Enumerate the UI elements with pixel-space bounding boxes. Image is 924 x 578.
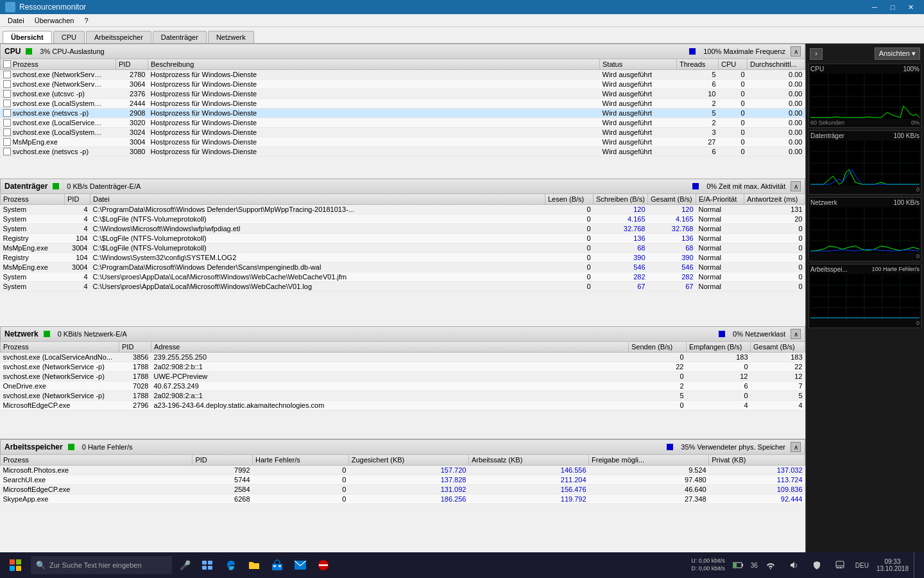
cpu-collapse-button[interactable]: ∧ bbox=[791, 46, 801, 57]
table-row[interactable]: MsMpEng.exe 3004 C:\$LogFile (NTFS-Volum… bbox=[1, 243, 805, 253]
network-tray-icon bbox=[766, 561, 775, 570]
store-button[interactable] bbox=[267, 555, 287, 575]
mem-col-hard[interactable]: Harte Fehler/s bbox=[253, 455, 349, 466]
table-row[interactable]: System 4 C:\Users\proes\AppData\Local\Mi… bbox=[1, 282, 805, 292]
tab-ubersicht[interactable]: Übersicht bbox=[3, 31, 52, 43]
table-row[interactable]: MsMpEng.exe 3004 C:\ProgramData\Microsof… bbox=[1, 263, 805, 272]
cpu-section-header[interactable]: CPU 3% CPU-Auslastung 100% Maximale Freq… bbox=[0, 44, 805, 58]
mem-col-private[interactable]: Privat (KB) bbox=[709, 455, 805, 466]
menu-monitor[interactable]: Überwachen bbox=[30, 15, 80, 26]
close-button[interactable]: ✕ bbox=[902, 2, 919, 12]
table-row[interactable]: svchost.exe (NetworkService... 2780 Host… bbox=[1, 70, 805, 80]
right-nav-prev[interactable]: › bbox=[810, 48, 823, 60]
mem-col-pid[interactable]: PID bbox=[193, 455, 253, 466]
mem-col-committed[interactable]: Zugesichert (KB) bbox=[348, 455, 468, 466]
net-col-recv[interactable]: Empfangen (B/s) bbox=[687, 342, 751, 353]
table-row[interactable]: OneDrive.exe 7028 40.67.253.249 2 6 7 bbox=[1, 381, 805, 391]
disk-col-total[interactable]: Gesamt (B/s) bbox=[648, 194, 696, 205]
network-tray-button[interactable] bbox=[760, 555, 781, 575]
table-row[interactable]: System 4 C:\ProgramData\Microsoft\Window… bbox=[1, 205, 805, 215]
net-col-process[interactable]: Prozess bbox=[1, 342, 119, 353]
table-row[interactable]: SkypeApp.exe 6268 0 186.256 119.792 27.3… bbox=[1, 495, 805, 504]
table-row[interactable]: MicrosoftEdgeCP.exe 2796 a23-196-243-64.… bbox=[1, 401, 805, 410]
menu-file[interactable]: Datei bbox=[3, 15, 30, 26]
table-row[interactable]: svchost.exe (NetworkService... 3064 Host… bbox=[1, 80, 805, 89]
table-row[interactable]: svchost.exe (netsvcs -p) 3080 Hostprozes… bbox=[1, 147, 805, 157]
table-row[interactable]: svchost.exe (netsvcs -p) 2908 Hostprozes… bbox=[1, 109, 805, 118]
memory-blue-dot bbox=[667, 444, 673, 450]
disk-col-process[interactable]: Prozess bbox=[1, 194, 65, 205]
table-row[interactable]: System 4 C:\Users\proes\AppData\Local\Mi… bbox=[1, 272, 805, 282]
memory-collapse-button[interactable]: ∧ bbox=[791, 442, 801, 452]
disk-col-write[interactable]: Schreiben (B/s) bbox=[594, 194, 648, 205]
table-row[interactable]: MsMpEng.exe 3004 Hostprozess für Windows… bbox=[1, 137, 805, 147]
microphone-button[interactable]: 🎤 bbox=[175, 555, 195, 575]
cpu-col-avg[interactable]: Durchschnittl... bbox=[748, 59, 805, 70]
net-col-address[interactable]: Adresse bbox=[151, 342, 629, 353]
memory-section-header[interactable]: Arbeitsspeicher 0 Harte Fehler/s 35% Ver… bbox=[0, 439, 805, 454]
table-row[interactable]: System 4 C:\$LogFile (NTFS-Volumeprotoko… bbox=[1, 215, 805, 224]
security-tray-button[interactable] bbox=[807, 555, 827, 575]
table-row[interactable]: System 4 C:\Windows\Microsoft\Windows\wf… bbox=[1, 224, 805, 234]
disk-col-response[interactable]: Antwortzeit (ms) bbox=[744, 194, 805, 205]
blocked-button[interactable] bbox=[313, 555, 334, 575]
edge-button[interactable] bbox=[221, 555, 241, 575]
disk-col-priority[interactable]: E/A-Priorität bbox=[696, 194, 744, 205]
start-button[interactable] bbox=[3, 552, 28, 578]
table-row[interactable]: svchost.exe (LocalSystemNet... 3024 Host… bbox=[1, 128, 805, 137]
svg-rect-39 bbox=[208, 566, 212, 570]
table-row[interactable]: Registry 104 C:\$LogFile (NTFS-Volumepro… bbox=[1, 234, 805, 243]
network-section-header[interactable]: Netzwerk 0 KBit/s Netzwerk-E/A 0% Netzwe… bbox=[0, 326, 805, 341]
table-row[interactable]: Microsoft.Photos.exe 7992 0 157.720 146.… bbox=[1, 466, 805, 475]
disk-collapse-button[interactable]: ∧ bbox=[791, 181, 801, 191]
task-view-button[interactable] bbox=[198, 555, 218, 575]
mem-col-working[interactable]: Arbeitssatz (KB) bbox=[468, 455, 588, 466]
net-col-pid[interactable]: PID bbox=[119, 342, 151, 353]
table-row[interactable]: svchost.exe (utcsvc -p) 2376 Hostprozess… bbox=[1, 89, 805, 99]
disk-section-header[interactable]: Datenträger 0 KB/s Datenträger-E/A 0% Ze… bbox=[0, 179, 805, 193]
cpu-col-status[interactable]: Status bbox=[600, 59, 677, 70]
tab-netzwerk[interactable]: Netzwerk bbox=[208, 31, 254, 43]
mem-col-shareable[interactable]: Freigabe mögli... bbox=[589, 455, 709, 466]
cpu-col-process[interactable]: Prozess bbox=[1, 59, 116, 70]
minimize-button[interactable]: ─ bbox=[866, 2, 883, 12]
cpu-col-threads[interactable]: Threads bbox=[677, 59, 719, 70]
views-button[interactable]: Ansichten ▾ bbox=[875, 48, 920, 60]
cpu-stat1: 3% CPU-Auslastung bbox=[40, 48, 684, 55]
table-row[interactable]: MicrosoftEdgeCP.exe 2584 0 131.092 156.4… bbox=[1, 485, 805, 495]
menu-help[interactable]: ? bbox=[79, 15, 93, 26]
action-center-button[interactable] bbox=[830, 555, 850, 575]
battery-button[interactable] bbox=[728, 555, 748, 575]
volume-tray-button[interactable] bbox=[783, 555, 804, 575]
cpu-col-cpu[interactable]: CPU bbox=[719, 59, 748, 70]
tab-arbeitsspeicher[interactable]: Arbeitsspeicher bbox=[86, 31, 151, 43]
language-indicator[interactable]: DEU bbox=[853, 562, 871, 569]
cpu-chart-time: 60 Sekunden bbox=[810, 119, 844, 126]
table-row[interactable]: Registry 104 C:\Windows\System32\config\… bbox=[1, 253, 805, 263]
table-row[interactable]: svchost.exe (NetworkService -p) 1788 UWE… bbox=[1, 372, 805, 381]
search-bar[interactable]: 🔍 Zur Suche Text hier eingeben bbox=[31, 556, 172, 574]
table-row[interactable]: SearchUI.exe 5744 0 137.828 211.204 97.4… bbox=[1, 475, 805, 485]
disk-col-read[interactable]: Lesen (B/s) bbox=[545, 194, 594, 205]
system-clock[interactable]: 09:33 13.10.2018 bbox=[874, 558, 911, 572]
mail-button[interactable] bbox=[290, 555, 311, 575]
tab-cpu[interactable]: CPU bbox=[53, 31, 85, 43]
table-row[interactable]: svchost.exe (NetworkService -p) 1788 2a0… bbox=[1, 391, 805, 401]
network-collapse-button[interactable]: ∧ bbox=[791, 329, 801, 339]
net-col-send[interactable]: Senden (B/s) bbox=[629, 342, 687, 353]
cpu-col-desc[interactable]: Beschreibung bbox=[148, 59, 600, 70]
tab-datentrager[interactable]: Datenträger bbox=[153, 31, 207, 43]
table-row[interactable]: svchost.exe (LocalSystemNet... 2444 Host… bbox=[1, 99, 805, 109]
table-row[interactable]: svchost.exe (LocalServiceAndNo... 3856 2… bbox=[1, 353, 805, 362]
table-row[interactable]: svchost.exe (NetworkService -p) 1788 2a0… bbox=[1, 362, 805, 372]
maximize-button[interactable]: □ bbox=[884, 2, 901, 12]
disk-col-pid[interactable]: PID bbox=[65, 194, 90, 205]
show-desktop-button[interactable] bbox=[914, 552, 918, 578]
network-section: Netzwerk 0 KBit/s Netzwerk-E/A 0% Netzwe… bbox=[0, 326, 805, 439]
disk-col-file[interactable]: Datei bbox=[90, 194, 545, 205]
cpu-col-pid[interactable]: PID bbox=[116, 59, 148, 70]
file-explorer-button[interactable] bbox=[244, 555, 264, 575]
mem-col-process[interactable]: Prozess bbox=[1, 455, 193, 466]
net-col-total[interactable]: Gesamt (B/s) bbox=[751, 342, 805, 353]
table-row[interactable]: svchost.exe (LocalService -p) 3020 Hostp… bbox=[1, 118, 805, 128]
